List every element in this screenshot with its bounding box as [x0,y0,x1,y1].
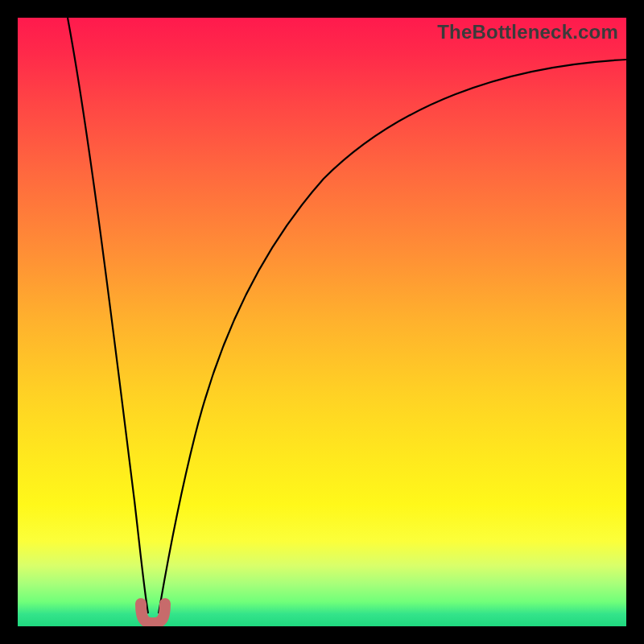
chart-overlay [18,18,626,626]
curve-right [159,60,626,613]
curve-left [68,18,148,613]
minimum-marker [141,604,165,623]
plot-area: TheBottleneck.com [18,18,626,626]
chart-frame: TheBottleneck.com [0,0,644,644]
